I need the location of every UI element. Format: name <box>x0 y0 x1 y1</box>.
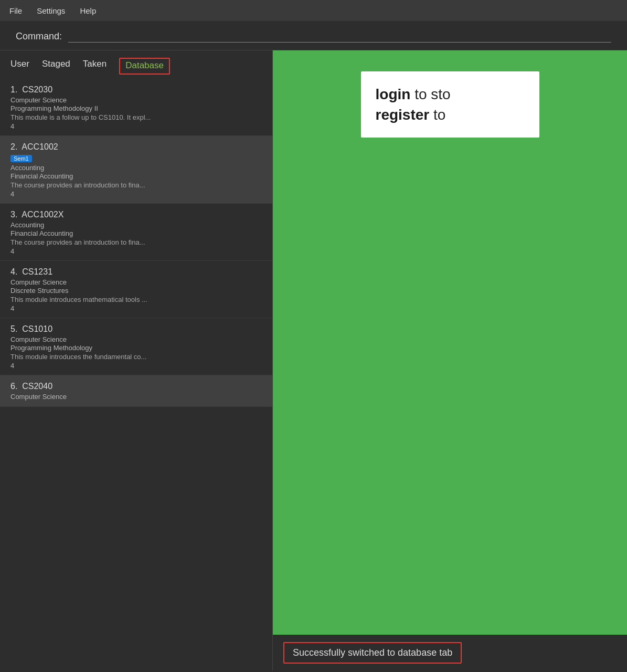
login-text: login to sto <box>376 84 525 104</box>
module-credits: 4 <box>10 122 262 130</box>
tab-bar: User Staged Taken Database <box>0 50 272 75</box>
module-desc: The course provides an introduction to f… <box>10 181 252 189</box>
status-message: Successfully switched to database tab <box>283 642 462 664</box>
module-item[interactable]: 4. CS1231 Computer Science Discrete Stru… <box>0 261 272 318</box>
menu-bar: File Settings Help <box>0 0 627 21</box>
module-item[interactable]: 5. CS1010 Computer Science Programming M… <box>0 318 272 375</box>
module-dept: Accounting <box>10 221 262 229</box>
module-title: 2. ACC1002 <box>10 142 262 152</box>
module-dept: Accounting <box>10 164 262 172</box>
tab-user[interactable]: User <box>10 59 29 74</box>
module-desc: This module introduces mathematical tool… <box>10 296 252 303</box>
command-input[interactable] <box>68 30 611 43</box>
module-desc: This module introduces the fundamental c… <box>10 353 252 361</box>
module-name: Financial Accounting <box>10 172 262 180</box>
module-item[interactable]: 1. CS2030 Computer Science Programming M… <box>0 79 272 136</box>
module-dept: Computer Science <box>10 393 262 401</box>
menu-settings[interactable]: Settings <box>36 4 66 17</box>
menu-file[interactable]: File <box>8 4 23 17</box>
module-list: 1. CS2030 Computer Science Programming M… <box>0 75 272 671</box>
register-text: register to <box>376 104 525 125</box>
module-desc: This module is a follow up to CS1010. It… <box>10 113 252 121</box>
command-label: Command: <box>16 31 62 42</box>
module-name: Financial Accounting <box>10 229 262 237</box>
status-bar: Successfully switched to database tab <box>273 635 627 671</box>
module-name: Discrete Structures <box>10 287 262 295</box>
module-title: 3. ACC1002X <box>10 210 262 219</box>
module-title: 5. CS1010 <box>10 324 262 334</box>
tab-taken[interactable]: Taken <box>83 59 107 74</box>
module-title: 4. CS1231 <box>10 267 262 277</box>
left-panel: User Staged Taken Database 1. CS2030 Com… <box>0 50 273 671</box>
module-item[interactable]: 2. ACC1002 Sem1 Accounting Financial Acc… <box>0 136 272 204</box>
module-dept: Computer Science <box>10 96 262 104</box>
command-bar: Command: <box>0 21 627 50</box>
module-item[interactable]: 6. CS2040 Computer Science <box>0 375 272 407</box>
menu-help[interactable]: Help <box>79 4 97 17</box>
module-desc: The course provides an introduction to f… <box>10 238 252 246</box>
module-credits: 4 <box>10 247 262 255</box>
module-badge: Sem1 <box>10 155 32 162</box>
login-box: login to sto register to <box>361 71 539 138</box>
module-dept: Computer Science <box>10 335 262 343</box>
module-credits: 4 <box>10 362 262 370</box>
right-panel: login to sto register to Successfully sw… <box>273 50 627 671</box>
module-credits: 4 <box>10 304 262 312</box>
module-name: Programming Methodology II <box>10 104 262 112</box>
module-item[interactable]: 3. ACC1002X Accounting Financial Account… <box>0 204 272 261</box>
tab-database[interactable]: Database <box>119 58 170 75</box>
module-name: Programming Methodology <box>10 344 262 352</box>
tab-staged[interactable]: Staged <box>42 59 70 74</box>
module-credits: 4 <box>10 190 262 198</box>
module-title: 1. CS2030 <box>10 85 262 94</box>
module-dept: Computer Science <box>10 278 262 286</box>
main-layout: User Staged Taken Database 1. CS2030 Com… <box>0 50 627 671</box>
module-title: 6. CS2040 <box>10 382 262 391</box>
